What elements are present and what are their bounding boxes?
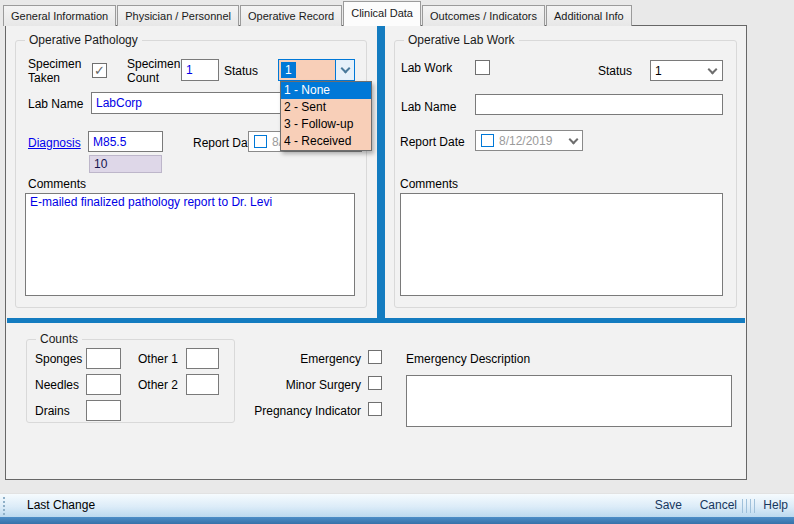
pathology-report-date-checkbox[interactable]: [254, 135, 267, 148]
grip-dots-icon: [3, 497, 5, 515]
cancel-button[interactable]: Cancel: [700, 498, 737, 512]
needles-input[interactable]: [86, 374, 121, 395]
emergency-description-label: Emergency Description: [406, 352, 530, 366]
counts-title: Counts: [36, 332, 82, 346]
check-icon: ✓: [94, 63, 105, 78]
sponges-label: Sponges: [35, 352, 82, 366]
dropdown-option-sent[interactable]: 2 - Sent: [281, 99, 371, 116]
lab-work-lab-name-label: Lab Name: [401, 100, 456, 114]
dropdown-option-none[interactable]: 1 - None: [281, 82, 371, 99]
pathology-comments-textarea[interactable]: [25, 193, 355, 296]
help-button[interactable]: Help: [763, 498, 788, 512]
pathology-status-label: Status: [224, 64, 258, 78]
emergency-checkbox[interactable]: [368, 350, 382, 364]
needles-label: Needles: [35, 378, 79, 392]
pathology-status-selected-value: 1: [281, 62, 296, 78]
bottom-accent-strip: [0, 517, 794, 524]
chevron-down-icon: [708, 64, 718, 74]
pathology-status-combobox[interactable]: 1: [278, 59, 355, 81]
chevron-down-icon: [340, 64, 350, 74]
other1-label: Other 1: [138, 352, 178, 366]
pathology-status-dropdown-button[interactable]: [335, 60, 354, 80]
sponges-input[interactable]: [86, 348, 121, 369]
operative-pathology-title: Operative Pathology: [25, 33, 142, 47]
specimen-taken-label: Specimen Taken: [28, 57, 81, 85]
tab-physician-personnel[interactable]: Physician / Personnel: [117, 5, 239, 26]
pathology-status-dropdown-list: 1 - None 2 - Sent 3 - Follow-up 4 - Rece…: [280, 81, 372, 151]
lab-work-checkbox[interactable]: [475, 60, 490, 75]
dropdown-option-received[interactable]: 4 - Received: [281, 133, 371, 150]
lab-work-comments-label: Comments: [400, 177, 458, 191]
diagnosis-link[interactable]: Diagnosis: [28, 136, 81, 150]
other2-label: Other 2: [138, 378, 178, 392]
chevron-down-icon: [569, 134, 579, 144]
lab-work-report-date-picker[interactable]: 8/12/2019: [475, 130, 583, 151]
lab-work-label: Lab Work: [401, 61, 452, 75]
tab-clinical-data[interactable]: Clinical Data: [343, 1, 421, 26]
tab-additional-info[interactable]: Additional Info: [546, 5, 632, 26]
tab-general-information[interactable]: General Information: [3, 5, 116, 26]
specimen-count-label: Specimen Count: [127, 57, 180, 85]
other2-input[interactable]: [186, 374, 219, 395]
operative-lab-work-title: Operative Lab Work: [404, 33, 519, 47]
pregnancy-indicator-label: Pregnancy Indicator: [230, 404, 361, 418]
separator-grip-icon: [742, 499, 756, 513]
tab-outcomes-indicators[interactable]: Outcomes / Indicators: [422, 5, 545, 26]
specimen-count-input[interactable]: [181, 59, 219, 81]
lab-work-report-date-value: 8/12/2019: [499, 134, 565, 148]
pathology-comments-label: Comments: [28, 177, 86, 191]
dropdown-option-follow-up[interactable]: 3 - Follow-up: [281, 116, 371, 133]
lab-work-report-date-checkbox[interactable]: [481, 134, 494, 147]
tab-bar: General Information Physician / Personne…: [3, 2, 633, 26]
lab-work-report-date-label: Report Date: [400, 135, 465, 149]
clinical-data-screen: General Information Physician / Personne…: [0, 0, 794, 524]
last-change-label: Last Change: [27, 498, 95, 512]
lab-work-status-value: 1: [655, 64, 709, 78]
pathology-lab-name-label: Lab Name: [28, 97, 83, 111]
minor-surgery-label: Minor Surgery: [260, 378, 361, 392]
lab-work-status-combobox[interactable]: 1: [650, 60, 723, 81]
other1-input[interactable]: [186, 348, 219, 369]
minor-surgery-checkbox[interactable]: [368, 376, 382, 390]
vertical-divider: [377, 26, 385, 318]
lab-work-status-label: Status: [598, 64, 632, 78]
drains-input[interactable]: [86, 400, 121, 421]
lab-work-comments-textarea[interactable]: [400, 193, 723, 296]
status-bar: Last Change Save Cancel Help: [0, 493, 794, 517]
tab-operative-record[interactable]: Operative Record: [240, 5, 342, 26]
diagnosis-input[interactable]: [88, 131, 163, 152]
specimen-taken-checkbox[interactable]: ✓: [92, 63, 107, 78]
save-button[interactable]: Save: [655, 498, 682, 512]
emergency-label: Emergency: [280, 352, 361, 366]
drains-label: Drains: [35, 404, 70, 418]
emergency-description-textarea[interactable]: [406, 375, 732, 427]
lab-work-lab-name-input[interactable]: [475, 94, 723, 115]
pregnancy-indicator-checkbox[interactable]: [368, 402, 382, 416]
horizontal-divider: [7, 318, 745, 323]
diagnosis-secondary-field[interactable]: [89, 155, 162, 173]
